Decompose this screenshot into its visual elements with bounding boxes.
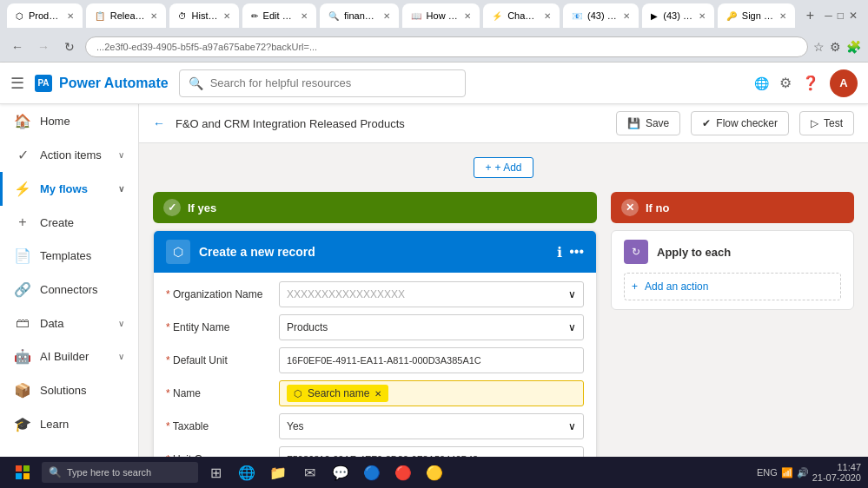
tab-video[interactable]: ▶ (43) D... ✕: [642, 3, 713, 28]
action-items-icon: ✓: [14, 147, 31, 163]
refresh-button[interactable]: ↻: [59, 36, 80, 57]
tab-close[interactable]: ✕: [223, 11, 230, 21]
task-view-button[interactable]: ⊞: [202, 458, 229, 486]
apply-title: Apply to each: [657, 246, 731, 259]
sidebar-item-home[interactable]: 🏠 Home: [0, 104, 138, 138]
add-action-label: Add an action: [645, 280, 708, 293]
org-name-input[interactable]: XXXXXXXXXXXXXXXXX ∨: [279, 281, 584, 307]
settings-icon[interactable]: ⚙: [830, 40, 841, 54]
tab-products[interactable]: ⬡ Products ✕: [7, 3, 83, 28]
back-button[interactable]: ←: [153, 116, 165, 130]
chevron-icon: ∨: [118, 352, 124, 361]
start-button[interactable]: [7, 457, 38, 488]
test-button[interactable]: ▷ Test: [799, 111, 854, 135]
tab-close[interactable]: ✕: [67, 11, 74, 21]
edge-icon[interactable]: 🌐: [233, 458, 261, 486]
bookmark-icon[interactable]: ☆: [813, 40, 825, 54]
tab-releases[interactable]: 📋 Releases ✕: [86, 3, 166, 28]
canvas-area: ← F&O and CRM Integration Released Produ…: [139, 104, 868, 488]
tab-close[interactable]: ✕: [699, 11, 706, 21]
tab-history[interactable]: ⏱ History ✕: [169, 3, 239, 28]
hamburger-button[interactable]: ☰: [10, 74, 24, 93]
extensions-icon[interactable]: 🧩: [846, 40, 861, 54]
sidebar-item-label: Connectors: [40, 283, 97, 296]
learn-icon: 🎓: [14, 416, 31, 432]
tab-signin[interactable]: 🔑 Sign In... ✕: [718, 3, 796, 28]
settings-icon[interactable]: ⚙: [779, 75, 792, 91]
sidebar-item-create[interactable]: + Create: [0, 206, 138, 239]
sidebar-item-label: Data: [40, 317, 63, 330]
test-icon: ▷: [811, 117, 818, 129]
close-window-button[interactable]: ✕: [849, 10, 858, 22]
sidebar-item-my-flows[interactable]: ⚡ My flows ∨: [0, 172, 138, 206]
flow-viewport: + + Add ✓ If yes: [139, 143, 868, 488]
forward-nav-button[interactable]: →: [33, 36, 54, 57]
sidebar: 🏠 Home ✓ Action items ∨ ⚡ My flows ∨ + C…: [0, 104, 139, 488]
plus-icon: +: [485, 162, 491, 174]
tab-edit[interactable]: ✏ Edit yo... ✕: [242, 3, 316, 28]
name-input[interactable]: ⬡ Search name ✕: [279, 380, 584, 406]
sidebar-item-label: Solutions: [40, 384, 86, 397]
sidebar-item-connectors[interactable]: 🔗 Connectors: [0, 273, 138, 307]
taxable-input[interactable]: Yes ∨: [279, 413, 584, 439]
sidebar-item-templates[interactable]: 📄 Templates: [0, 239, 138, 273]
card-title: Create a new record: [199, 245, 548, 259]
top-icons: 🌐 ⚙ ❓ A: [754, 69, 858, 97]
tab-close[interactable]: ✕: [150, 11, 157, 21]
address-input[interactable]: ...2e3f0-ed39-4905-b5f5-a97a675abe72?bac…: [85, 36, 808, 57]
form-row-taxable: Taxable Yes ∨: [166, 413, 584, 439]
tab-change[interactable]: ⚡ Chang... ✕: [483, 3, 560, 28]
tab-mail[interactable]: 📧 (43) M... ✕: [563, 3, 639, 28]
sidebar-item-data[interactable]: 🗃 Data ∨: [0, 307, 138, 340]
tab-finance[interactable]: 🔍 finance... ✕: [320, 3, 399, 28]
sidebar-item-learn[interactable]: 🎓 Learn: [0, 407, 138, 441]
mail-icon[interactable]: ✉: [295, 458, 323, 486]
form-row-name: Name ⬡ Search name ✕: [166, 380, 584, 406]
maximize-button[interactable]: □: [838, 10, 844, 22]
wifi-icon: 📶: [781, 467, 793, 478]
save-button[interactable]: 💾 Save: [616, 111, 680, 135]
taskbar-search[interactable]: 🔍 Type here to search: [42, 462, 198, 483]
help-icon[interactable]: ❓: [802, 75, 819, 91]
info-icon[interactable]: ℹ: [557, 244, 562, 260]
tab-close[interactable]: ✕: [383, 11, 390, 21]
tag-close-button[interactable]: ✕: [374, 389, 381, 399]
tab-close[interactable]: ✕: [544, 11, 551, 21]
sidebar-item-action-items[interactable]: ✓ Action items ∨: [0, 138, 138, 172]
tab-close[interactable]: ✕: [623, 11, 630, 21]
new-tab-button[interactable]: +: [798, 3, 821, 28]
minimize-button[interactable]: ─: [825, 10, 832, 22]
sidebar-item-ai-builder[interactable]: 🤖 AI Builder ∨: [0, 340, 138, 373]
card-header: ⬡ Create a new record ℹ •••: [154, 231, 596, 273]
more-options-icon[interactable]: •••: [569, 244, 584, 260]
svg-rect-0: [16, 465, 22, 472]
create-icon: +: [14, 214, 31, 230]
app1-icon[interactable]: 🔵: [358, 458, 386, 486]
avatar[interactable]: A: [830, 69, 858, 97]
sidebar-item-solutions[interactable]: 📦 Solutions: [0, 373, 138, 407]
tab-close[interactable]: ✕: [464, 11, 471, 21]
flow-checker-button[interactable]: ✔ Flow checker: [691, 111, 789, 135]
app2-icon[interactable]: 🔴: [389, 458, 417, 486]
environment-icon[interactable]: 🌐: [754, 76, 769, 90]
svg-rect-1: [23, 465, 30, 472]
default-unit-value: 16F0EF0E-4911-EA11-A811-000D3A385A1C: [287, 355, 576, 366]
condition-yes-label: If yes: [188, 201, 216, 214]
entity-name-input[interactable]: Products ∨: [279, 314, 584, 340]
plus-icon: +: [632, 280, 638, 293]
tab-howto[interactable]: 📖 How to... ✕: [402, 3, 480, 28]
tab-close[interactable]: ✕: [301, 11, 308, 21]
teams-icon[interactable]: 💬: [327, 458, 354, 486]
explorer-icon[interactable]: 📁: [264, 458, 292, 486]
app3-icon[interactable]: 🟡: [421, 458, 448, 486]
search-bar[interactable]: 🔍: [179, 69, 466, 97]
tag-icon: ⬡: [294, 388, 302, 399]
tab-close[interactable]: ✕: [779, 11, 786, 21]
back-nav-button[interactable]: ←: [7, 36, 28, 57]
chevron-down-icon: ∨: [568, 321, 576, 333]
add-action-row[interactable]: + Add an action: [624, 273, 841, 300]
add-step-button[interactable]: + + Add: [474, 157, 533, 178]
default-unit-input[interactable]: 16F0EF0E-4911-EA11-A811-000D3A385A1C: [279, 347, 584, 373]
condition-yes-header: ✓ If yes: [153, 192, 597, 223]
search-input[interactable]: [210, 76, 456, 89]
